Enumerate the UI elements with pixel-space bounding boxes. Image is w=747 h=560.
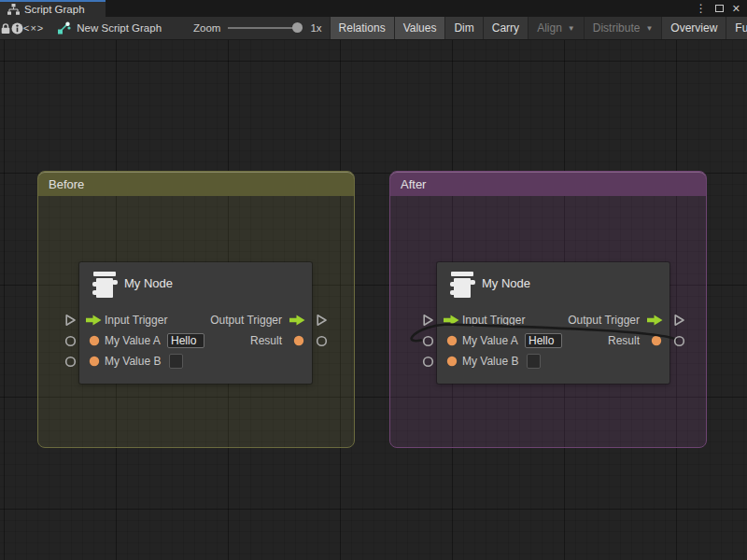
info-icon xyxy=(11,22,23,35)
node-header: My Node xyxy=(437,262,669,307)
value-b-row: My Value B xyxy=(79,351,312,371)
window-controls: ⋮ ✕ xyxy=(696,0,747,17)
tab-bar: Script Graph ⋮ ✕ xyxy=(0,0,747,17)
port-label: Result xyxy=(608,330,640,351)
outer-exec-input-port[interactable] xyxy=(64,314,77,327)
code-view-glyph: <×> xyxy=(23,22,44,34)
port-label: Output Trigger xyxy=(210,310,282,330)
exec-input-port[interactable] xyxy=(86,315,102,326)
zoom-slider-track xyxy=(228,27,303,29)
code-view-button[interactable]: <×> xyxy=(23,17,44,39)
tab-script-graph[interactable]: Script Graph xyxy=(0,0,106,17)
dim-button[interactable]: Dim xyxy=(444,17,482,39)
value-input-port[interactable] xyxy=(89,356,100,367)
node-after-my-node[interactable]: My Node Input Trigger Output Trigger My … xyxy=(437,262,669,384)
trigger-row: Input Trigger Output Trigger xyxy=(437,310,669,330)
port-label: Input Trigger xyxy=(105,310,167,330)
port-label: Result xyxy=(250,330,282,351)
outer-exec-input-port[interactable] xyxy=(422,314,434,327)
value-input-port[interactable] xyxy=(446,335,458,346)
node-before-my-node[interactable]: My Node Input Trigger Output Trigger My … xyxy=(79,262,312,384)
graph-toolbar: <×> New Script Graph Zoom 1x Relations V… xyxy=(0,17,747,40)
lock-button[interactable] xyxy=(0,17,11,39)
exec-input-port[interactable] xyxy=(444,315,459,326)
outer-value-port[interactable] xyxy=(64,356,77,368)
values-button[interactable]: Values xyxy=(394,17,445,39)
info-button[interactable] xyxy=(11,17,23,39)
port-label: My Value A xyxy=(105,330,161,351)
value-input-port[interactable] xyxy=(446,356,458,367)
outer-exec-output-port[interactable] xyxy=(673,314,685,327)
zoom-label: Zoom xyxy=(193,22,220,34)
trigger-row: Input Trigger Output Trigger xyxy=(79,310,312,330)
port-label: Output Trigger xyxy=(568,310,640,330)
full-screen-button[interactable]: Full Screen xyxy=(726,17,747,39)
group-after-title: After xyxy=(401,177,426,191)
port-label: My Value A xyxy=(462,330,518,351)
value-b-input[interactable] xyxy=(527,354,541,369)
node-header: My Node xyxy=(79,262,312,307)
port-label: My Value B xyxy=(462,351,518,371)
script-graph-window: Script Graph ⋮ ✕ <×> xyxy=(0,0,747,560)
tab-title: Script Graph xyxy=(24,4,85,15)
exec-output-port[interactable] xyxy=(289,315,305,326)
value-a-input[interactable] xyxy=(525,333,562,348)
group-before-header[interactable]: Before xyxy=(38,172,354,196)
zoom-control: Zoom 1x xyxy=(171,17,322,39)
zoom-value: 1x xyxy=(310,22,321,34)
zoom-slider[interactable] xyxy=(228,22,303,34)
outer-value-port[interactable] xyxy=(673,335,685,347)
value-a-row: My Value A Result xyxy=(437,330,669,351)
port-label: Input Trigger xyxy=(462,310,525,330)
value-a-row: My Value A Result xyxy=(79,330,312,351)
port-label: My Value B xyxy=(105,351,161,371)
new-script-graph-label: New Script Graph xyxy=(77,22,162,34)
zoom-slider-handle[interactable] xyxy=(292,22,303,33)
close-icon[interactable]: ✕ xyxy=(732,4,740,14)
unit-icon xyxy=(92,271,118,300)
menu-icon[interactable]: ⋮ xyxy=(696,3,707,14)
outer-value-port[interactable] xyxy=(422,335,434,347)
value-b-row: My Value B xyxy=(437,351,669,371)
outer-value-port[interactable] xyxy=(316,335,328,347)
distribute-dropdown[interactable]: Distribute ▼ xyxy=(584,17,662,39)
unit-icon xyxy=(450,271,475,300)
outer-value-port[interactable] xyxy=(422,356,434,368)
outer-exec-output-port[interactable] xyxy=(316,314,328,327)
carry-button[interactable]: Carry xyxy=(483,17,528,39)
outer-value-port[interactable] xyxy=(64,335,77,347)
group-before-title: Before xyxy=(49,177,84,191)
exec-output-port[interactable] xyxy=(647,315,663,326)
toolbar-button-group: Relations Values Dim Carry Align ▼ Distr… xyxy=(330,17,747,39)
hierarchy-icon xyxy=(7,4,20,15)
align-dropdown[interactable]: Align ▼ xyxy=(528,17,584,39)
relations-button[interactable]: Relations xyxy=(330,17,394,39)
lock-icon xyxy=(0,22,11,35)
chevron-down-icon: ▼ xyxy=(645,24,653,33)
node-title: My Node xyxy=(482,276,530,290)
value-output-port[interactable] xyxy=(651,335,662,346)
chevron-down-icon: ▼ xyxy=(568,24,575,33)
group-after-header[interactable]: After xyxy=(390,172,706,196)
value-b-input[interactable] xyxy=(169,354,183,369)
graph-canvas[interactable]: Before After My Node Input Trigger xyxy=(0,40,747,560)
value-output-port[interactable] xyxy=(293,335,304,346)
value-a-input[interactable] xyxy=(167,333,204,348)
new-script-graph-button[interactable]: New Script Graph xyxy=(44,17,171,39)
maximize-icon[interactable] xyxy=(715,5,724,12)
overview-button[interactable]: Overview xyxy=(661,17,726,39)
graph-node-icon xyxy=(57,21,71,35)
node-title: My Node xyxy=(124,276,173,290)
value-input-port[interactable] xyxy=(89,335,100,346)
